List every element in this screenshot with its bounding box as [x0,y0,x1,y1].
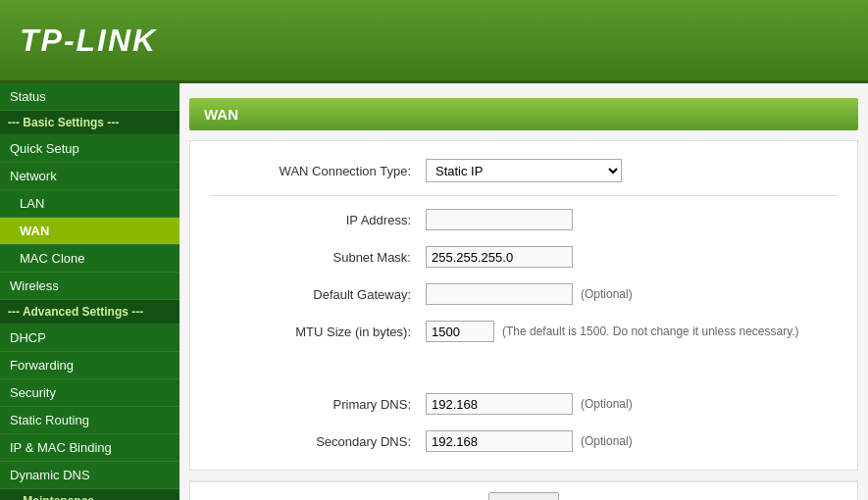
ip-address-label: IP Address: [210,213,426,227]
ip-address-control [426,209,573,230]
wan-connection-type-control: Static IP Dynamic IP PPPoE L2TP PPTP [426,159,622,182]
secondary-dns-control: (Optional) [426,430,633,452]
subnet-mask-input[interactable] [426,246,573,268]
default-gateway-row: Default Gateway: (Optional) [210,275,838,313]
spacer-row [210,350,838,385]
subnet-mask-row: Subnet Mask: [210,238,838,275]
sidebar-section-basic-settings-header: --- Basic Settings --- [0,111,179,135]
primary-dns-control: (Optional) [426,393,633,415]
mtu-label: MTU Size (in bytes): [210,325,426,339]
sidebar-item-forwarding[interactable]: Forwarding [0,352,179,379]
primary-dns-label: Primary DNS: [210,397,426,412]
primary-dns-row: Primary DNS: (Optional) [210,385,838,423]
wan-connection-type-label: WAN Connection Type: [210,164,426,178]
sidebar-item-quick-setup[interactable]: Quick Setup [0,135,179,163]
sidebar-item-mac-clone[interactable]: MAC Clone [0,245,179,273]
secondary-dns-optional: (Optional) [581,434,633,448]
sidebar-section-advanced-settings-header: --- Advanced Settings --- [0,300,179,325]
content-area: WAN WAN Connection Type: Static IP Dynam… [179,83,868,500]
sidebar-item-static-routing[interactable]: Static Routing [0,407,179,434]
primary-dns-optional: (Optional) [581,397,633,411]
secondary-dns-row: Secondary DNS: (Optional) [210,423,838,460]
save-area: Save [189,480,858,500]
sidebar-item-security[interactable]: Security [0,379,179,407]
header: TP-LINK [0,0,868,83]
default-gateway-control: (Optional) [426,283,633,305]
default-gateway-label: Default Gateway: [210,287,426,302]
sidebar-section-maintenance-header: --- Maintenance --- [0,489,179,500]
logo: TP-LINK [20,23,157,59]
default-gateway-optional: (Optional) [581,287,633,301]
page-title: WAN [189,98,858,130]
sidebar: Status--- Basic Settings ---Quick SetupN… [0,83,179,500]
wan-connection-type-select[interactable]: Static IP Dynamic IP PPPoE L2TP PPTP [426,159,622,182]
sidebar-item-ip-mac-binding[interactable]: IP & MAC Binding [0,434,179,462]
sidebar-item-lan[interactable]: LAN [0,190,179,218]
mtu-note: (The default is 1500. Do not change it u… [502,325,799,338]
wan-form: WAN Connection Type: Static IP Dynamic I… [189,140,858,471]
default-gateway-input[interactable] [426,283,573,305]
sidebar-item-wireless[interactable]: Wireless [0,273,179,300]
subnet-mask-control [426,246,573,268]
divider1 [210,195,838,196]
sidebar-item-dynamic-dns[interactable]: Dynamic DNS [0,462,179,489]
sidebar-item-status[interactable]: Status [0,83,179,111]
subnet-mask-label: Subnet Mask: [210,250,426,265]
secondary-dns-label: Secondary DNS: [210,434,426,449]
ip-address-input[interactable] [426,209,573,230]
mtu-control: (The default is 1500. Do not change it u… [426,321,799,342]
mtu-row: MTU Size (in bytes): (The default is 150… [210,313,838,350]
sidebar-item-dhcp[interactable]: DHCP [0,325,179,352]
primary-dns-input[interactable] [426,393,573,415]
sidebar-item-wan[interactable]: WAN [0,218,179,245]
main-layout: Status--- Basic Settings ---Quick SetupN… [0,83,868,500]
wan-connection-type-row: WAN Connection Type: Static IP Dynamic I… [210,151,838,190]
mtu-input[interactable] [426,321,494,342]
ip-address-row: IP Address: [210,201,838,238]
secondary-dns-input[interactable] [426,430,573,452]
save-button[interactable]: Save [488,492,559,500]
sidebar-item-network[interactable]: Network [0,163,179,190]
